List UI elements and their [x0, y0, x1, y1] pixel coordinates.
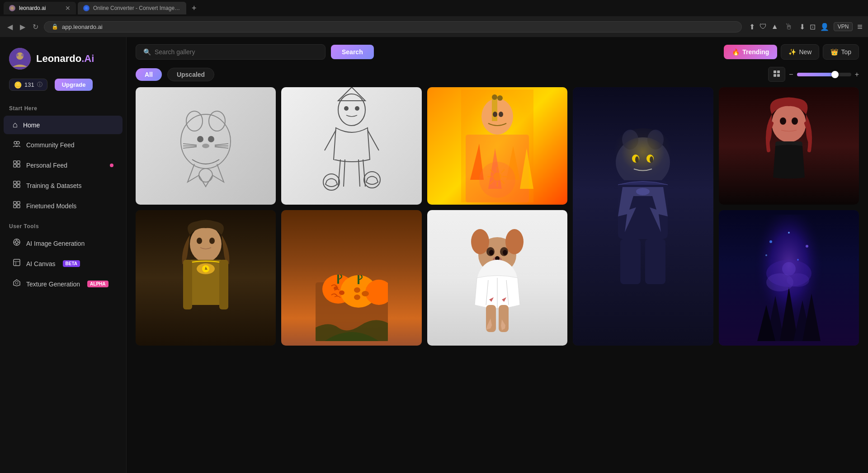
action-grid-7[interactable]: ⊞	[377, 214, 389, 226]
action-edit-6[interactable]: ✏	[245, 214, 258, 226]
tab-bar: leonardo.ai ✕ Online Converter - Convert…	[0, 0, 868, 16]
browser-menu-button[interactable]: ≡	[857, 22, 863, 32]
gallery-item-armor-cat[interactable]: ⊞ ✏ ⤢	[573, 87, 713, 346]
zoom-minus-button[interactable]: −	[789, 70, 793, 79]
tab-converter[interactable]: Online Converter - Convert Image, Vi...	[78, 2, 186, 14]
tab-add-button[interactable]: +	[188, 4, 200, 13]
action-expand-3[interactable]: ⤢	[551, 91, 564, 103]
tab-leonardo[interactable]: leonardo.ai ✕	[4, 2, 76, 14]
zoom-thumb[interactable]	[831, 71, 839, 78]
action-edit-4[interactable]: ✏	[683, 91, 695, 103]
upgrade-button[interactable]: Upgrade	[55, 79, 93, 91]
gallery-item-warrior-woman[interactable]: ⊞ ✏ ⤢	[136, 210, 276, 346]
community-icon	[13, 140, 21, 150]
action-expand-2[interactable]: ⤢	[406, 91, 418, 103]
gallery-item-redhead[interactable]: ⊞ ✏ ⤢	[719, 87, 859, 205]
shield-button[interactable]: 🛡	[760, 23, 767, 31]
alert-button[interactable]: ▲	[771, 23, 778, 31]
logo-name: Leonardo.Ai	[36, 53, 94, 64]
svg-rect-15	[17, 201, 20, 204]
sidebar-item-finetuned[interactable]: Finetuned Models	[4, 196, 123, 215]
trending-label: Trending	[742, 48, 769, 56]
action-expand-7[interactable]: ⤢	[406, 214, 418, 226]
svg-rect-6	[14, 161, 16, 164]
action-edit-9[interactable]: ✏	[828, 214, 841, 226]
svg-rect-12	[14, 185, 16, 187]
sidebar-item-home[interactable]: ⌂ Home	[4, 116, 123, 134]
tab-label-conv: Online Converter - Convert Image, Vi...	[93, 5, 181, 11]
info-icon[interactable]: ⓘ	[37, 81, 42, 89]
action-grid[interactable]: ⊞	[231, 91, 243, 103]
action-expand-9[interactable]: ⤢	[843, 214, 855, 226]
sidebar-texture-label: Texture Generation	[26, 281, 80, 288]
action-grid-2[interactable]: ⊞	[377, 91, 389, 103]
action-grid-3[interactable]: ⊞	[522, 91, 535, 103]
search-box[interactable]: 🔍	[136, 44, 326, 60]
coin-icon: 🪙	[14, 81, 22, 89]
action-grid-4[interactable]: ⊞	[668, 91, 681, 103]
home-icon: ⌂	[13, 120, 18, 130]
gallery-item-pumpkins[interactable]: ⊞ ✏ ⤢	[281, 210, 421, 346]
trending-button[interactable]: 🔥 Trending	[724, 45, 777, 59]
action-edit-7[interactable]: ✏	[391, 214, 404, 226]
action-edit[interactable]: ✏	[245, 91, 258, 103]
sidebar-item-ai-canvas[interactable]: AI Canvas BETA	[4, 254, 123, 273]
action-expand-8[interactable]: ⤢	[551, 214, 564, 226]
gallery-item-giraffe[interactable]: ☀ ⊞ ✏ ⤢	[427, 87, 567, 205]
tab-close-leo[interactable]: ✕	[65, 5, 71, 12]
search-input[interactable]	[155, 48, 318, 56]
action-grid-6[interactable]: ⊞	[231, 214, 243, 226]
vpn-badge[interactable]: VPN	[834, 22, 853, 31]
action-edit-5[interactable]: ✏	[828, 91, 841, 103]
zoom-slider[interactable]	[797, 73, 851, 76]
svg-point-28	[15, 281, 18, 284]
svg-point-3	[21, 54, 24, 56]
search-button[interactable]: Search	[331, 45, 374, 59]
sidebar-item-texture[interactable]: Texture Generation ALPHA	[4, 274, 123, 294]
split-button[interactable]: ⊡	[810, 23, 816, 31]
gallery-item-chihuahua[interactable]: ⊞ ✏ ⤢	[427, 210, 567, 346]
new-button[interactable]: ✨ New	[781, 44, 819, 60]
sidebar-finetuned-label: Finetuned Models	[26, 202, 76, 210]
lock-icon: 🔒	[52, 23, 58, 30]
profile-button[interactable]: 👤	[820, 23, 829, 31]
action-grid-8[interactable]: ⊞	[522, 214, 535, 226]
gallery-item-halloween-girl[interactable]: ⊞ ✏ ⤢	[281, 87, 421, 205]
action-grid-9[interactable]: ⊞	[814, 214, 826, 226]
download-button[interactable]: ⬇	[799, 23, 805, 31]
filter-all[interactable]: All	[136, 68, 162, 81]
reload-button[interactable]: ↻	[31, 21, 40, 33]
sidebar-item-community[interactable]: Community Feed	[4, 135, 123, 155]
sidebar-community-label: Community Feed	[26, 141, 75, 149]
sidebar-personal-label: Personal Feed	[26, 162, 67, 169]
action-expand-4[interactable]: ⤢	[697, 91, 710, 103]
action-expand-6[interactable]: ⤢	[259, 214, 272, 226]
svg-rect-11	[17, 181, 20, 184]
action-grid-5[interactable]: ⊞	[814, 91, 826, 103]
sidebar-item-ai-image[interactable]: AI Image Generation	[4, 234, 123, 253]
grid-view-button[interactable]	[768, 67, 785, 82]
address-input[interactable]: 🔒 app.leonardo.ai	[44, 21, 742, 33]
forward-button[interactable]: ▶	[18, 21, 27, 33]
share-button[interactable]: ⬆	[749, 23, 755, 31]
gallery-item-cat[interactable]: ⊞ ✏ ⤢	[136, 87, 276, 205]
action-expand-5[interactable]: ⤢	[843, 91, 855, 103]
back-button[interactable]: ◀	[5, 21, 14, 33]
zoom-fill	[797, 73, 835, 76]
action-edit-2[interactable]: ✏	[391, 91, 404, 103]
sidebar-item-training[interactable]: Training & Datasets	[4, 176, 123, 195]
item-overlay-4	[573, 87, 713, 346]
start-here-label: Start Here	[0, 98, 126, 115]
svg-rect-9	[17, 164, 20, 167]
zoom-plus-button[interactable]: +	[855, 70, 859, 79]
notification-dot	[110, 164, 113, 167]
sidebar-item-personal[interactable]: Personal Feed	[4, 155, 123, 175]
gallery-item-dark-forest[interactable]: ⊞ ✏ ⤢	[719, 210, 859, 346]
filter-upscaled[interactable]: Upscaled	[167, 68, 214, 81]
action-expand[interactable]: ⤢	[259, 91, 272, 103]
top-button[interactable]: 👑 Top	[823, 44, 859, 60]
credits-value: 131	[24, 81, 34, 88]
action-edit-8[interactable]: ✏	[537, 214, 549, 226]
svg-rect-29	[774, 70, 776, 73]
action-edit-3[interactable]: ✏	[537, 91, 549, 103]
